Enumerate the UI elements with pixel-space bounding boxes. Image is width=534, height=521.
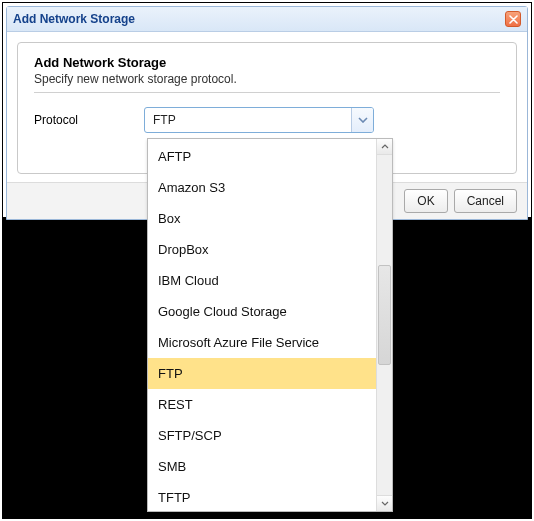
close-button[interactable] (505, 11, 521, 27)
protocol-combo[interactable] (144, 107, 374, 133)
dropdown-option[interactable]: TFTP (148, 482, 376, 507)
cancel-button[interactable]: Cancel (454, 189, 517, 213)
dropdown-option[interactable]: Box (148, 203, 376, 234)
dropdown-scrollbar[interactable] (376, 139, 392, 511)
dropdown-option[interactable]: FTP (148, 358, 376, 389)
scroll-track[interactable] (377, 155, 392, 495)
group-subtitle: Specify new network storage protocol. (34, 72, 500, 86)
scroll-up-button[interactable] (377, 139, 392, 155)
group-title: Add Network Storage (34, 55, 500, 70)
chevron-down-icon (358, 117, 368, 123)
close-icon (509, 15, 518, 24)
dropdown-option[interactable]: IBM Cloud (148, 265, 376, 296)
protocol-dropdown-list[interactable]: AFTPAmazon S3BoxDropBoxIBM CloudGoogle C… (147, 138, 393, 512)
ok-button[interactable]: OK (404, 189, 447, 213)
scroll-down-button[interactable] (377, 495, 392, 511)
dropdown-option[interactable]: SFTP/SCP (148, 420, 376, 451)
dropdown-option[interactable]: Amazon S3 (148, 172, 376, 203)
dropdown-option[interactable]: SMB (148, 451, 376, 482)
scroll-thumb[interactable] (378, 265, 391, 365)
protocol-label: Protocol (34, 113, 144, 127)
chevron-up-icon (381, 144, 389, 149)
chevron-down-icon (381, 501, 389, 506)
dialog-titlebar: Add Network Storage (7, 7, 527, 32)
dropdown-option[interactable]: DropBox (148, 234, 376, 265)
dialog-title: Add Network Storage (13, 12, 135, 26)
dropdown-option[interactable]: Google Cloud Storage (148, 296, 376, 327)
dropdown-option[interactable]: AFTP (148, 141, 376, 172)
dropdown-option[interactable]: Microsoft Azure File Service (148, 327, 376, 358)
protocol-dropdown-trigger[interactable] (351, 108, 373, 132)
protocol-input[interactable] (145, 108, 351, 132)
dropdown-option[interactable]: REST (148, 389, 376, 420)
